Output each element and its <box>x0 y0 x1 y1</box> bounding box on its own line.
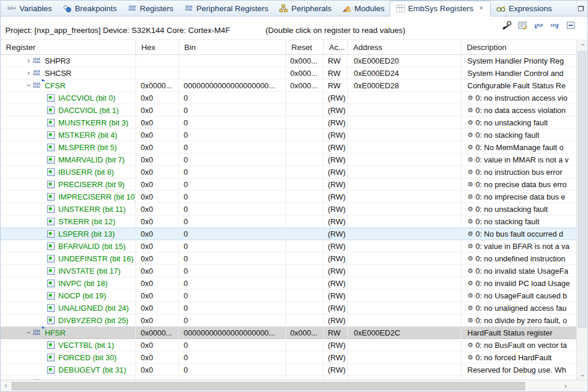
description-text: 0: no BusFault on vector ta <box>476 341 567 350</box>
tab-label: EmbSys Registers <box>408 4 473 13</box>
scroll-up-icon[interactable] <box>577 39 588 50</box>
table-row[interactable]: MUNSTKERR (bit 3) 0x0 0 (RW) 0: no unsta… <box>1 117 577 129</box>
collapse-all-icon[interactable] <box>565 20 576 31</box>
table-row[interactable]: MMARVALID (bit 7) 0x0 0 (RW) 0: value in… <box>1 154 577 166</box>
view-tab[interactable]: Peripherals <box>274 1 337 16</box>
column-header-bin[interactable]: Bin <box>179 40 286 54</box>
access-value: (RW) <box>324 104 348 116</box>
reset-value <box>286 104 324 116</box>
table-row[interactable]: INVSTATE (bit 17) 0x0 0 (RW) 0: no inval… <box>1 265 577 277</box>
vertical-scrollbar-thumb[interactable] <box>578 51 586 328</box>
view-tab[interactable]: Modules <box>337 1 390 16</box>
expand-chevron[interactable] <box>24 57 33 65</box>
table-row[interactable]: LSPERR (bit 13) 0x0 0 (RW) 0: No bus fau… <box>1 228 577 240</box>
bin-value: 0 <box>179 117 286 128</box>
table-row[interactable]: IMPRECISERR (bit 10) 0x0 0 (RW) 0: no im… <box>1 191 577 203</box>
scroll-right-icon[interactable] <box>560 380 571 392</box>
view-tab[interactable]: Expressions <box>491 1 557 16</box>
access-value: RW <box>324 55 348 67</box>
table-row[interactable]: VECTTBL (bit 1) 0x0 0 (RW) 0: no BusFaul… <box>1 339 577 351</box>
table-row[interactable]: INVPC (bit 18) 0x0 0 (RW) 0: no invalid … <box>1 277 577 290</box>
bin-value: 0 <box>179 178 286 190</box>
table-row[interactable]: MSTKERR (bit 4) 0x0 0 (RW) 0: no stackin… <box>1 129 577 141</box>
address-value <box>348 228 461 240</box>
read-registers-icon[interactable]: 1010 <box>533 20 544 31</box>
expand-chevron[interactable] <box>24 69 33 77</box>
view-tab[interactable]: Peripheral Registers <box>179 1 274 16</box>
gear-icon <box>467 267 473 275</box>
address-value <box>348 178 461 190</box>
access-value: (RW) <box>324 129 348 141</box>
tab-close-icon[interactable]: × <box>477 5 485 12</box>
table-row[interactable]: SHPR3 0x000... RW 0xE000ED20 System Hand… <box>1 55 577 67</box>
hex-value: 0x0 <box>136 277 179 289</box>
column-header-hex[interactable]: Hex <box>136 40 179 54</box>
access-value: (RW) <box>324 215 348 227</box>
bin-value: 0 <box>179 277 286 289</box>
table-row[interactable]: SHCSR 0x000... RW 0xE000ED24 System Hand… <box>1 67 577 79</box>
table-row[interactable]: MLSPERR (bit 5) 0x0 0 (RW) 0: No MemMana… <box>1 141 577 154</box>
address-value <box>348 240 461 252</box>
table-row[interactable]: DIVBYZERO (bit 25) 0x0 0 (RW) 0: no divi… <box>1 314 577 327</box>
access-value: (RW) <box>324 339 348 351</box>
view-tab[interactable]: Registers <box>122 1 179 16</box>
horizontal-scrollbar[interactable] <box>1 380 587 391</box>
column-header-address[interactable]: Address <box>348 40 461 54</box>
bitfield-icon <box>46 291 56 300</box>
table-row[interactable]: FORCED (bit 30) 0x0 0 (RW) 0: no forced … <box>1 351 577 364</box>
registers-icon <box>128 4 137 12</box>
table-row[interactable]: UNDEFINSTR (bit 16) 0x0 0 (RW) 0: no und… <box>1 253 577 265</box>
table-row[interactable]: PRECISERR (bit 9) 0x0 0 (RW) 0: no preci… <box>1 178 577 191</box>
view-tab[interactable]: Variables <box>2 1 57 16</box>
vertical-scrollbar[interactable] <box>576 39 587 381</box>
reset-value <box>286 253 324 264</box>
horizontal-scrollbar-thumb[interactable] <box>12 382 525 390</box>
register-name: DACCVIOL (bit 1) <box>58 106 119 115</box>
write-registers-icon[interactable]: 1010 <box>549 20 560 31</box>
table-row[interactable]: UNALIGNED (bit 24) 0x0 0 (RW) 0: no unal… <box>1 302 577 314</box>
embsys-icon <box>396 5 405 13</box>
configure-icon[interactable] <box>501 20 512 31</box>
register-details-icon[interactable] <box>517 20 528 31</box>
expand-chevron[interactable] <box>24 81 33 89</box>
description-text: 0: no instruction access vio <box>476 94 567 102</box>
reset-value: 0x000... <box>286 79 324 91</box>
table-row[interactable]: UNSTKERR (bit 11) 0x0 0 (RW) 0: no unsta… <box>1 203 577 215</box>
gear-icon <box>467 168 473 176</box>
column-header-description[interactable]: Description <box>461 40 577 54</box>
table-row[interactable]: DEBUGEVT (bit 31) 0x0 0 (RW) Reserved fo… <box>1 364 577 376</box>
table-row[interactable]: NOCP (bit 19) 0x0 0 (RW) 0: no UsageFaul… <box>1 290 577 302</box>
register-icon <box>33 57 42 65</box>
register-name: MUNSTKERR (bit 3) <box>58 118 128 127</box>
expand-chevron[interactable] <box>24 328 33 337</box>
table-row[interactable]: CFSR 0x0000... 00000000000000000000... 0… <box>1 79 577 92</box>
reset-value <box>286 215 324 227</box>
column-header-access[interactable]: Ac... <box>324 40 348 54</box>
table-row[interactable]: DACCVIOL (bit 1) 0x0 0 (RW) 0: no data a… <box>1 104 577 117</box>
view-tab[interactable]: EmbSys Registers × <box>390 1 491 16</box>
table-row[interactable]: IACCVIOL (bit 0) 0x0 0 (RW) 0: no instru… <box>1 92 577 104</box>
restore-view-button[interactable] <box>574 1 587 16</box>
table-row[interactable]: STKERR (bit 12) 0x0 0 (RW) 0: no stackin… <box>1 215 577 228</box>
hex-value: 0x0 <box>136 351 179 363</box>
access-value: RW <box>324 327 348 338</box>
scroll-left-icon[interactable] <box>1 380 11 392</box>
table-row[interactable]: HFSR 0x0000... 00000000000000000000... 0… <box>1 327 577 339</box>
description-text: 0: no stacking fault <box>476 217 539 226</box>
access-value: (RW) <box>324 240 348 252</box>
address-value <box>348 339 461 351</box>
table-row[interactable]: IBUSERR (bit 8) 0x0 0 (RW) 0: no instruc… <box>1 166 577 178</box>
address-value <box>348 117 461 128</box>
column-header-register[interactable]: Register <box>1 40 136 54</box>
address-value <box>348 364 461 376</box>
column-header-reset[interactable]: Reset <box>286 40 324 54</box>
hex-value: 0x0000... <box>136 327 179 338</box>
reset-value <box>286 277 324 289</box>
description-text: 0: value in MMAR is not a v <box>476 155 569 164</box>
description-text: Reserved for Debug use. Wh <box>467 366 566 374</box>
reset-value <box>286 314 324 326</box>
address-value: 0xE000ED20 <box>348 55 461 67</box>
view-tab[interactable]: Breakpoints <box>57 1 122 16</box>
table-row[interactable]: BFARVALID (bit 15) 0x0 0 (RW) 0: value i… <box>1 240 577 253</box>
address-value <box>348 141 461 153</box>
